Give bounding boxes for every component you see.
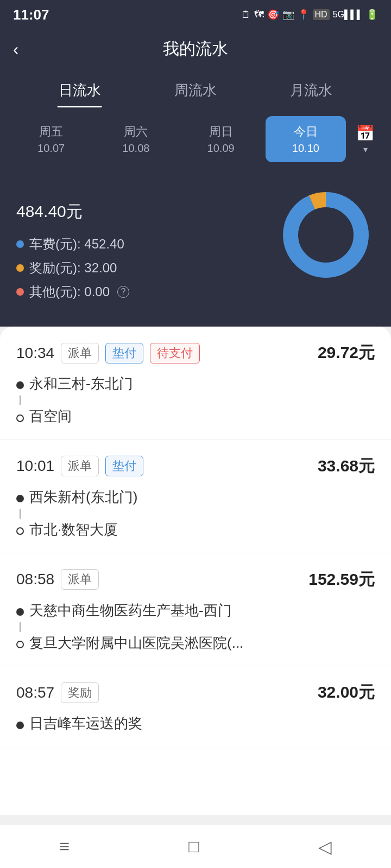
calendar-icon: 📅	[356, 124, 375, 142]
transaction-1034: 10:34 派单 垫付 待支付 29.72元 永和三村-东北门 百空间	[0, 327, 391, 440]
tx-header-2: 10:01 派单 垫付 33.68元	[16, 455, 375, 477]
svg-point-2	[299, 208, 353, 262]
date-today[interactable]: 今日 10.10	[266, 116, 346, 162]
total-amount: 484.40元	[16, 186, 129, 225]
summary-left: 484.40元 车费(元): 452.40 奖励(元): 32.00 其他(元)…	[16, 186, 129, 307]
tx-from-2: 西朱新村(东北门)	[16, 487, 375, 507]
tx-to-2: 市北·数智大厦	[16, 520, 375, 539]
route-dot-from-2	[16, 495, 24, 502]
nav-home-icon[interactable]: □	[188, 837, 199, 857]
tx-tag-dispatch-3: 派单	[61, 569, 99, 590]
transaction-1001: 10:01 派单 垫付 33.68元 西朱新村(东北门) 市北·数智大厦	[0, 440, 391, 553]
tx-time-1: 10:34	[16, 344, 54, 362]
nav-back-icon[interactable]: ◁	[318, 837, 332, 857]
battery-icon: 🔋	[366, 9, 378, 21]
tx-amount-3: 152.59元	[308, 569, 375, 591]
bottom-nav: ≡ □ ◁	[0, 825, 391, 868]
tab-bar: 日流水 周流水 月流水	[0, 70, 391, 107]
route-dot-from-4	[16, 722, 24, 729]
transaction-0857: 08:57 奖励 32.00元 日吉峰车运送的奖	[0, 666, 391, 749]
tx-header-3: 08:58 派单 152.59元	[16, 569, 375, 591]
app-icon-3: 🎯	[267, 9, 279, 21]
tx-time-2: 10:01	[16, 457, 54, 475]
tx-meta-2: 10:01 派单 垫付	[16, 456, 143, 476]
status-bar: 11:07 🗒 🗺 🎯 📷 📍 HD 5G▌▌▌ 🔋	[0, 0, 391, 28]
route-line-1	[20, 395, 21, 405]
tx-time-3: 08:58	[16, 571, 54, 588]
route-dot-from-3	[16, 608, 24, 616]
tx-amount-1: 29.72元	[318, 342, 375, 364]
route-dot-to-3	[16, 641, 24, 648]
chevron-down-icon: ▾	[363, 144, 368, 155]
hd-badge: HD	[313, 9, 330, 20]
tx-tag-dispatch-1: 派单	[61, 343, 99, 363]
back-button[interactable]: ‹	[13, 40, 18, 59]
nav-menu-icon[interactable]: ≡	[60, 837, 70, 857]
tx-tag-bonus-4: 奖励	[61, 682, 99, 703]
tab-daily[interactable]: 日流水	[42, 70, 117, 107]
date-friday[interactable]: 周五 10.07	[11, 116, 91, 162]
tx-amount-4: 32.00元	[318, 681, 375, 704]
tx-meta-4: 08:57 奖励	[16, 682, 99, 703]
tab-weekly[interactable]: 周流水	[158, 70, 233, 107]
legend-other: 其他(元): 0.00 ?	[16, 283, 129, 301]
tx-tag-pending-1: 待支付	[150, 343, 200, 363]
app-icon-2: 🗺	[254, 9, 264, 21]
calendar-button[interactable]: 📅 ▾	[350, 119, 380, 160]
tx-from-4: 日吉峰车运送的奖	[16, 713, 375, 733]
signal-icon: 5G▌▌▌	[333, 10, 363, 20]
legend-dot-other	[16, 288, 24, 296]
page-title: 我的流水	[163, 38, 228, 60]
date-sunday[interactable]: 周日 10.09	[181, 116, 261, 162]
tab-monthly[interactable]: 月流水	[274, 70, 349, 107]
date-selector: 周五 10.07 周六 10.08 周日 10.09 今日 10.10 📅 ▾	[0, 107, 391, 173]
status-icons: 🗒 🗺 🎯 📷 📍 HD 5G▌▌▌ 🔋	[241, 9, 378, 21]
legend-dot-bonus	[16, 264, 24, 272]
tx-meta-1: 10:34 派单 垫付 待支付	[16, 343, 200, 363]
tx-from-3: 天慈中商生物医药生产基地-西门	[16, 601, 375, 620]
route-line-2	[20, 509, 21, 519]
tx-header-1: 10:34 派单 垫付 待支付 29.72元	[16, 342, 375, 364]
route-line-3	[20, 622, 21, 632]
legend-car-fee: 车费(元): 452.40	[16, 235, 129, 253]
legend-bonus: 奖励(元): 32.00	[16, 259, 129, 277]
tx-meta-3: 08:58 派单	[16, 569, 99, 590]
app-icon-4: 📷	[282, 9, 294, 21]
location-icon: 📍	[298, 9, 310, 21]
date-saturday[interactable]: 周六 10.08	[96, 116, 176, 162]
transactions-list: 10:34 派单 垫付 待支付 29.72元 永和三村-东北门 百空间 10:0…	[0, 327, 391, 815]
route-dot-from-1	[16, 381, 24, 389]
app-icon-1: 🗒	[241, 9, 251, 21]
page-header: ‹ 我的流水	[0, 28, 391, 70]
route-dot-to-2	[16, 527, 24, 535]
tx-tag-advance-1: 垫付	[105, 343, 143, 363]
tx-amount-2: 33.68元	[318, 455, 375, 477]
tx-time-4: 08:57	[16, 684, 54, 701]
legend-dot-car	[16, 240, 24, 248]
donut-chart	[277, 186, 375, 284]
tx-header-4: 08:57 奖励 32.00元	[16, 681, 375, 704]
summary-section: 484.40元 车费(元): 452.40 奖励(元): 32.00 其他(元)…	[0, 173, 391, 327]
tx-from-1: 永和三村-东北门	[16, 374, 375, 393]
status-time: 11:07	[13, 7, 49, 23]
tx-to-3: 复旦大学附属中山医院吴淞医院(...	[16, 633, 375, 653]
tx-tag-advance-2: 垫付	[105, 456, 143, 476]
transaction-0858: 08:58 派单 152.59元 天慈中商生物医药生产基地-西门 复旦大学附属中…	[0, 553, 391, 667]
help-icon[interactable]: ?	[117, 286, 129, 298]
route-dot-to-1	[16, 414, 24, 422]
tx-to-1: 百空间	[16, 406, 375, 426]
tx-tag-dispatch-2: 派单	[61, 456, 99, 476]
